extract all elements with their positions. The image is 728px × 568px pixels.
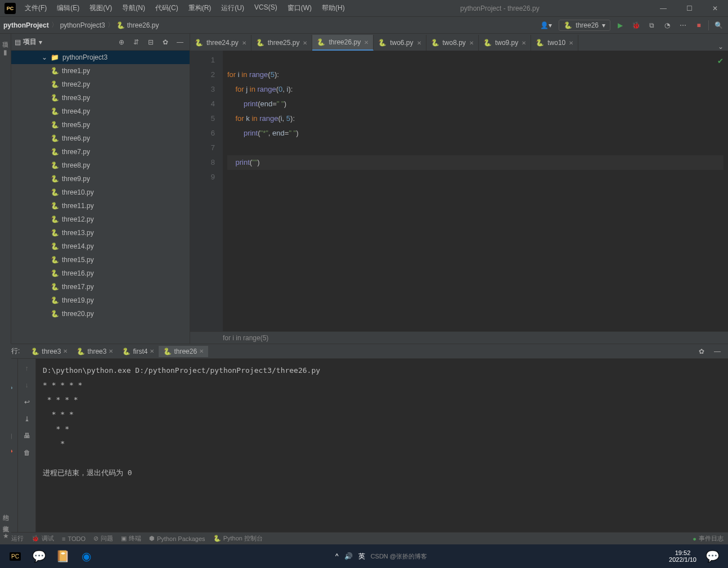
tree-file[interactable]: 🐍three11.py: [11, 199, 190, 213]
menu-refactor[interactable]: 重构(R): [184, 1, 216, 15]
close-tab-icon[interactable]: ✕: [569, 40, 573, 46]
code-line[interactable]: for i in range(5):: [227, 67, 723, 82]
console-output[interactable]: D:\python\python.exe D:/pythonProject/py…: [36, 359, 728, 532]
tree-file[interactable]: 🐍three1.py: [11, 64, 190, 78]
project-tree[interactable]: ⌄ 📁 pythonProject3 🐍three1.py🐍three2.py🐍…: [11, 51, 190, 344]
expand-all-icon[interactable]: ⇵: [130, 36, 142, 48]
close-button[interactable]: ✕: [702, 0, 728, 17]
taskbar-notepad-icon[interactable]: 📔: [51, 544, 74, 568]
crumb-folder[interactable]: pythonProject3: [60, 21, 105, 29]
editor-tab[interactable]: 🐍three26.py✕: [312, 35, 374, 51]
collapse-all-icon[interactable]: ⊟: [145, 36, 157, 48]
terminal-tool-button[interactable]: ▣终端: [121, 534, 141, 543]
crumb-file[interactable]: three26.py: [127, 21, 159, 29]
taskbar-clock[interactable]: 19:52 2022/1/10: [664, 549, 701, 563]
tree-file[interactable]: 🐍three14.py: [11, 240, 190, 253]
more-tabs-icon[interactable]: ⌄: [713, 43, 728, 51]
scroll-to-end-icon[interactable]: ⤓: [21, 413, 33, 425]
run-settings-icon[interactable]: ✿: [695, 345, 708, 358]
run-tab[interactable]: 🐍three26✕: [159, 346, 208, 357]
tree-file[interactable]: 🐍three20.py: [11, 307, 190, 321]
code-line[interactable]: print(end=" "): [227, 97, 723, 111]
tree-file[interactable]: 🐍three17.py: [11, 280, 190, 294]
close-tab-icon[interactable]: ✕: [242, 40, 246, 46]
tray-notification-icon[interactable]: 💬: [701, 544, 725, 568]
attach-button[interactable]: ⋯: [677, 19, 689, 31]
tree-file[interactable]: 🐍three5.py: [11, 118, 190, 132]
tree-folder[interactable]: ⌄ 📁 pythonProject3: [11, 51, 190, 64]
user-icon[interactable]: 👤▾: [537, 20, 555, 31]
tree-file[interactable]: 🐍three8.py: [11, 159, 190, 172]
tree-file[interactable]: 🐍three6.py: [11, 132, 190, 145]
code-area[interactable]: ✔ for i in range(5): for j in range(0, i…: [223, 51, 728, 331]
menu-window[interactable]: 窗口(W): [283, 1, 316, 15]
taskbar-edge-icon[interactable]: ◉: [74, 544, 98, 568]
menu-view[interactable]: 视图(V): [85, 1, 116, 15]
star-icon[interactable]: ★: [3, 532, 9, 540]
close-tab-icon[interactable]: ✕: [199, 348, 204, 354]
run-tab[interactable]: 🐍first4✕: [118, 346, 159, 357]
debug-tool-button[interactable]: 🐞调试: [32, 534, 54, 543]
stop-button[interactable]: ■: [693, 19, 705, 31]
tree-file[interactable]: 🐍three4.py: [11, 105, 190, 118]
tray-chevron-icon[interactable]: ^: [335, 552, 339, 560]
hide-panel-icon[interactable]: —: [174, 36, 186, 48]
close-tab-icon[interactable]: ✕: [522, 40, 526, 46]
editor-tab[interactable]: 🐍two9.py✕: [479, 35, 531, 51]
coverage-button[interactable]: ⧉: [645, 19, 658, 31]
code-editor[interactable]: 123456789 ✔ for i in range(5): for j in …: [190, 51, 728, 331]
menu-help[interactable]: 帮助(H): [317, 1, 349, 15]
select-opened-file-icon[interactable]: ⊕: [115, 36, 128, 48]
settings-icon[interactable]: ✿: [159, 36, 172, 48]
search-button[interactable]: 🔍: [712, 19, 725, 31]
editor-tab[interactable]: 🐍two10✕: [531, 35, 578, 51]
tree-file[interactable]: 🐍three12.py: [11, 213, 190, 226]
taskbar-pycharm-icon[interactable]: PC: [3, 544, 27, 568]
tree-file[interactable]: 🐍three16.py: [11, 267, 190, 280]
up-icon[interactable]: ↑: [21, 362, 33, 375]
python-packages-tool-button[interactable]: ⬢Python Packages: [149, 535, 205, 542]
menu-code[interactable]: 代码(C): [151, 1, 183, 15]
run-tab[interactable]: 🐍three3✕: [72, 346, 118, 357]
editor-tab[interactable]: 🐍two6.py✕: [374, 35, 426, 51]
hide-run-panel-icon[interactable]: —: [711, 345, 723, 358]
close-tab-icon[interactable]: ✕: [417, 40, 421, 46]
menu-nav[interactable]: 导航(N): [118, 1, 150, 15]
taskbar-wechat-icon[interactable]: 💬: [27, 544, 51, 568]
tree-file[interactable]: 🐍three13.py: [11, 226, 190, 240]
debug-button[interactable]: 🐞: [630, 19, 642, 31]
close-tab-icon[interactable]: ✕: [63, 348, 68, 354]
menu-edit[interactable]: 编辑(E): [52, 1, 84, 15]
minimize-button[interactable]: —: [650, 0, 676, 17]
close-tab-icon[interactable]: ✕: [150, 348, 154, 354]
tray-lang[interactable]: 英: [358, 552, 365, 561]
tray-volume-icon[interactable]: 🔊: [344, 552, 353, 560]
problems-tool-button[interactable]: ⊘问题: [93, 534, 113, 543]
code-breadcrumb[interactable]: for i in range(5): [190, 331, 728, 344]
crumb-root[interactable]: pythonProject: [3, 21, 49, 29]
menu-vcs[interactable]: VCS(S): [250, 1, 282, 15]
clear-icon[interactable]: 🗑: [21, 447, 33, 459]
python-console-tool-button[interactable]: 🐍Python 控制台: [213, 534, 263, 543]
run-tab[interactable]: 🐍three3✕: [26, 346, 72, 357]
soft-wrap-icon[interactable]: ↩: [21, 396, 33, 408]
run-button[interactable]: ▶: [614, 19, 626, 31]
code-line[interactable]: [227, 170, 723, 184]
close-tab-icon[interactable]: ✕: [469, 40, 474, 46]
tree-file[interactable]: 🐍three2.py: [11, 78, 190, 91]
tree-file[interactable]: 🐍three19.py: [11, 294, 190, 307]
code-line[interactable]: [227, 141, 723, 155]
todo-tool-button[interactable]: ≡TODO: [62, 535, 86, 542]
print-icon[interactable]: 🖶: [21, 430, 33, 442]
menu-run[interactable]: 运行(U): [217, 1, 249, 15]
code-line[interactable]: print("*", end=" "): [227, 126, 723, 141]
close-tab-icon[interactable]: ✕: [364, 39, 369, 46]
tree-file[interactable]: 🐍three10.py: [11, 186, 190, 199]
profile-button[interactable]: ◔: [661, 19, 673, 31]
chevron-down-icon[interactable]: ▾: [39, 38, 42, 46]
code-line[interactable]: for j in range(0, i):: [227, 82, 723, 97]
tree-file[interactable]: 🐍three9.py: [11, 172, 190, 186]
down-icon[interactable]: ↓: [21, 379, 33, 391]
code-line[interactable]: for k in range(i, 5):: [227, 111, 723, 126]
code-line[interactable]: print(""): [227, 155, 723, 170]
